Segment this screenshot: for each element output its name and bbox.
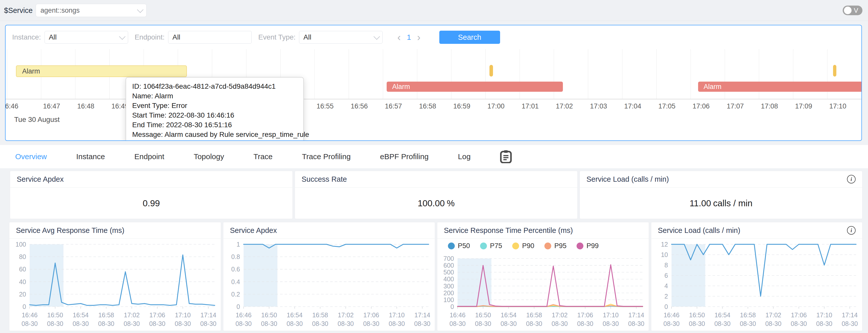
- x-axis-label: 16:46: [664, 311, 680, 318]
- y-axis-label: 0.8: [231, 253, 240, 260]
- legend-item-p99[interactable]: P99: [577, 242, 598, 250]
- y-axis-label: 600: [443, 262, 454, 269]
- service-load-value: 11.00: [689, 198, 711, 208]
- tooltip-line: ID: 1064f23a-6eac-4812-a7cd-5d9a84d944c1: [132, 82, 297, 91]
- next-page-icon[interactable]: ›: [413, 32, 424, 42]
- tooltip-line: Event Type: Error: [132, 101, 297, 110]
- chart-title: Service Response Time Percentile (ms): [444, 226, 642, 235]
- tab-overview[interactable]: Overview: [15, 152, 47, 161]
- legend-item-p90[interactable]: P90: [512, 242, 534, 250]
- x-axis-sublabel: 08-30: [475, 320, 491, 327]
- chevron-down-icon: [137, 6, 143, 13]
- card-title: Service Load (calls / min): [586, 175, 847, 184]
- event-bar-alarm[interactable]: Alarm: [698, 82, 861, 92]
- highlight-region: [30, 244, 64, 307]
- tab-endpoint[interactable]: Endpoint: [134, 152, 164, 161]
- timeline-minute-label: 17:03: [590, 102, 607, 110]
- x-axis-label: 16:58: [98, 311, 114, 318]
- clipboard-icon[interactable]: [500, 150, 512, 163]
- timeline-gridline: [314, 49, 315, 99]
- y-axis-label: 20: [19, 291, 26, 298]
- tooltip-line: Start Time: 2022-08-30 16:46:16: [132, 110, 297, 120]
- success-rate-value: 100.00: [417, 198, 445, 208]
- event-tick[interactable]: [833, 65, 837, 77]
- x-axis-label: 17:06: [577, 311, 593, 318]
- x-axis-sublabel: 08-30: [338, 320, 354, 327]
- event-bar-alarm[interactable]: Alarm: [386, 82, 563, 92]
- legend-item-p50[interactable]: P50: [448, 242, 470, 250]
- x-axis-label: 16:46: [450, 311, 466, 318]
- timeline-gridline: [690, 49, 691, 99]
- x-axis-label: 17:06: [363, 311, 379, 318]
- x-axis-sublabel: 08-30: [200, 320, 216, 327]
- timeline-minute-label: 16:46: [6, 102, 19, 110]
- x-axis-sublabel: 08-30: [526, 320, 542, 327]
- highlight-region: [244, 244, 278, 307]
- instance-filter-label: Instance:: [12, 33, 41, 41]
- y-axis-label: 0: [237, 303, 240, 310]
- y-axis-label: 4: [664, 282, 668, 289]
- y-axis-label: 100: [16, 241, 26, 248]
- event-type-select[interactable]: All: [299, 31, 382, 44]
- y-axis-label: 500: [443, 269, 454, 276]
- service-label: $Service: [4, 6, 33, 15]
- endpoint-input[interactable]: All: [168, 31, 252, 44]
- service-dropdown[interactable]: agent::songs: [36, 4, 147, 17]
- x-axis-sublabel: 08-30: [714, 320, 731, 327]
- prev-page-icon[interactable]: ‹: [394, 32, 404, 42]
- chart-plot: 02040608010016:4608-3016:5008-3016:5408-…: [9, 239, 221, 331]
- x-axis-label: 16:54: [501, 311, 517, 318]
- version-toggle[interactable]: V: [843, 6, 862, 15]
- x-axis-sublabel: 08-30: [98, 320, 115, 327]
- info-icon[interactable]: i: [847, 226, 856, 235]
- x-axis-label: 16:58: [740, 311, 756, 318]
- y-axis-label: 0.2: [231, 291, 240, 298]
- chevron-down-icon: [119, 33, 125, 39]
- y-axis-label: 100: [443, 296, 454, 303]
- timeline-gridline: [588, 49, 588, 99]
- instance-select[interactable]: All: [44, 31, 128, 44]
- x-axis-sublabel: 08-30: [389, 320, 405, 327]
- tab-trace-profiling[interactable]: Trace Profiling: [302, 152, 351, 161]
- timeline-gridline: [656, 49, 657, 99]
- x-axis-label: 17:14: [628, 311, 644, 318]
- y-axis-label: 12: [661, 241, 668, 248]
- timeline-minute-label: 17:10: [829, 102, 846, 110]
- x-axis-sublabel: 08-30: [312, 320, 329, 327]
- tab-instance[interactable]: Instance: [76, 152, 105, 161]
- event-tooltip: ID: 1064f23a-6eac-4812-a7cd-5d9a84d944c1…: [126, 77, 304, 141]
- x-axis-label: 17:10: [816, 311, 832, 318]
- tab-ebpf-profiling[interactable]: eBPF Profiling: [380, 152, 429, 161]
- x-axis-sublabel: 08-30: [791, 320, 807, 327]
- x-axis-sublabel: 08-30: [22, 320, 38, 327]
- x-axis-label: 17:06: [149, 311, 165, 318]
- tab-trace[interactable]: Trace: [253, 152, 273, 161]
- legend-item-p95[interactable]: P95: [545, 242, 566, 250]
- x-axis-label: 17:02: [552, 311, 568, 318]
- event-bar-alarm[interactable]: Alarm: [16, 65, 187, 77]
- y-axis-label: 6: [664, 272, 668, 279]
- x-axis-sublabel: 08-30: [842, 320, 858, 327]
- event-type-select-value: All: [303, 33, 311, 41]
- toggle-knob: [844, 7, 851, 14]
- event-panel: Instance: All Endpoint: All Event Type: …: [5, 25, 862, 141]
- event-type-filter-label: Event Type:: [258, 33, 296, 41]
- timeline-minute-label: 16:59: [453, 102, 470, 110]
- legend-dot-icon: [545, 243, 551, 249]
- event-filter-row: Instance: All Endpoint: All Event Type: …: [6, 25, 861, 49]
- x-axis-sublabel: 08-30: [602, 320, 619, 327]
- card-title: Service Apdex: [17, 175, 286, 184]
- toggle-label: V: [854, 7, 858, 15]
- timeline-gridline: [7, 49, 7, 99]
- info-icon[interactable]: i: [847, 175, 856, 184]
- legend-label: P99: [586, 242, 598, 250]
- instance-select-value: All: [49, 33, 57, 41]
- event-tick[interactable]: [490, 65, 493, 77]
- search-button[interactable]: Search: [439, 31, 500, 44]
- tooltip-line: End Time: 2022-08-30 16:51:16: [132, 120, 297, 130]
- legend-item-p75[interactable]: P75: [480, 242, 502, 250]
- chart-title: Service Load (calls / min): [658, 226, 847, 235]
- tab-topology[interactable]: Topology: [194, 152, 224, 161]
- tab-log[interactable]: Log: [458, 152, 471, 161]
- response-time-percentile-chart-card: Service Response Time Percentile (ms) i …: [437, 222, 649, 331]
